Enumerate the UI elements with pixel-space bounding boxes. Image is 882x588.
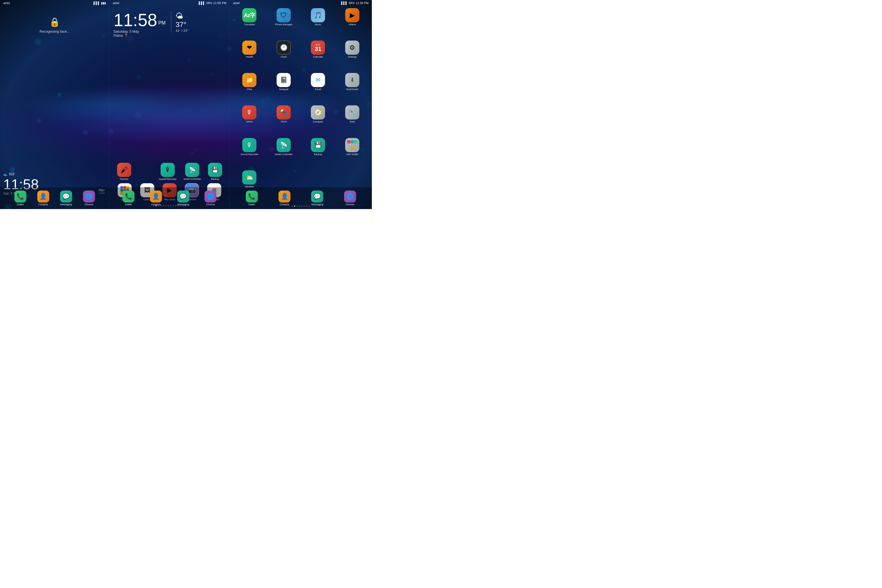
simtoolkit-icon[interactable] <box>345 138 359 152</box>
chrome-icon-p2[interactable]: 🌐 <box>204 190 216 202</box>
lockscreen-panel: airtel ▌▌▌ ▮▮▮ 🔒 Recognising face... 👟 5… <box>0 0 109 209</box>
app-compass[interactable]: 🧭 Compass <box>302 105 334 136</box>
dock-contacts-p3[interactable]: 👤 Contacts <box>279 190 291 206</box>
compass-icon[interactable]: 🧭 <box>311 105 325 120</box>
videos-icon[interactable]: ▶ <box>345 8 359 22</box>
signal-icon-p2: ▌▌▌ <box>199 2 205 4</box>
app-translator[interactable]: Az字 Translator <box>233 8 266 39</box>
dock-dialler-p3[interactable]: 📞 Dialler <box>246 190 258 206</box>
app-downloads[interactable]: ⬇ Downloads <box>336 73 369 104</box>
homescreen-panel: airtel ▌▌▌ 58% 11:58 PM 11:58PM Saturday… <box>109 0 230 209</box>
dialler-icon-p3[interactable]: 📞 <box>246 190 258 202</box>
backup-icon-p2[interactable]: 💾 <box>208 163 222 177</box>
chrome-label-p3: Chrome <box>346 203 354 206</box>
email-label: Email <box>315 88 321 91</box>
messaging-icon-p1[interactable]: 💬 <box>60 190 72 202</box>
app-clock[interactable]: 🕐 Clock <box>267 40 300 71</box>
dialler-icon-p2[interactable]: 📞 <box>123 190 135 202</box>
clock-widget: 11:58PM Saturday, 5 May Patna 📍 🌤 37° 41… <box>114 11 225 38</box>
translator-icon[interactable]: Az字 <box>242 8 256 22</box>
app-soundrec-p2[interactable]: 🎙 Sound Recorder <box>159 163 177 180</box>
app-torch[interactable]: 🔦 Torch <box>267 105 300 136</box>
app-notepad[interactable]: 📓 Notepad <box>267 73 300 104</box>
contacts-label-p3: Contacts <box>280 203 290 206</box>
mirror-icon[interactable]: 🎙 <box>242 105 256 120</box>
calendar-icon[interactable]: MAY 31 <box>311 40 325 55</box>
phonemanager-icon[interactable]: 🛡 <box>277 8 291 22</box>
settings-icon[interactable]: ⚙ <box>345 40 359 55</box>
dock-dialler-p1[interactable]: 📞 Dialler <box>14 190 26 206</box>
app-backup-p3[interactable]: 💾 Backup <box>302 138 334 169</box>
soundrec-icon-p2[interactable]: 🎙 <box>160 163 175 177</box>
battery-p3: 58% <box>349 2 355 4</box>
app-settings[interactable]: ⚙ Settings <box>336 40 369 71</box>
messaging-icon-p2[interactable]: 💬 <box>177 190 189 202</box>
app-smartctrl-p3[interactable]: 📡 Smart Controller <box>267 138 300 169</box>
dock-dialler-p2[interactable]: 📞 Dialler <box>123 190 135 206</box>
app-themes[interactable]: 🖌 Themes <box>117 163 131 180</box>
dialler-icon-p1[interactable]: 📞 <box>14 190 26 202</box>
music-label: Music <box>315 23 321 26</box>
app-simtoolkit[interactable]: SIM Toolkit <box>336 138 369 169</box>
contacts-icon-p3[interactable]: 👤 <box>279 190 291 202</box>
app-backup-p2[interactable]: 💾 Backup <box>208 163 222 180</box>
contacts-icon-p1[interactable]: 👤 <box>37 190 49 202</box>
time-p3: 11:58 PM <box>356 2 369 4</box>
dialler-label-p2: Dialler <box>125 203 132 206</box>
app-tools[interactable]: 🔧 Tools <box>336 105 369 136</box>
dock-chrome-p2[interactable]: 🌐 Chrome <box>204 190 216 206</box>
simtoolkit-label: SIM Toolkit <box>346 153 358 156</box>
contacts-icon-p2[interactable]: 👤 <box>150 190 162 202</box>
chrome-icon-p3[interactable]: 🌐 <box>344 190 356 202</box>
dock-messaging-p2[interactable]: 💬 Messaging <box>177 190 189 206</box>
chrome-label-p1: Chrome <box>85 203 93 206</box>
dock-chrome-p3[interactable]: 🌐 Chrome <box>344 190 356 206</box>
app-music[interactable]: 🎵 Music <box>302 8 334 39</box>
dialler-label-p3: Dialler <box>248 203 255 206</box>
tools-icon[interactable]: 🔧 <box>345 105 359 120</box>
app-email[interactable]: ✉ Email <box>302 73 334 104</box>
battery-p2: 58% <box>206 2 212 4</box>
clock-icon[interactable]: 🕐 <box>277 40 291 55</box>
downloads-icon[interactable]: ⬇ <box>345 73 359 87</box>
app-phonemanager[interactable]: 🛡 Phone Manager <box>267 8 300 39</box>
dock-contacts-p2[interactable]: 👤 Contacts <box>150 190 162 206</box>
torch-icon[interactable]: 🔦 <box>277 105 291 120</box>
email-icon[interactable]: ✉ <box>311 73 325 87</box>
weather-block: 🌤 37° 41° / 23° <box>171 11 188 33</box>
widget-location: Patna 📍 <box>114 33 165 38</box>
dock-p3: 📞 Dialler 👤 Contacts 💬 Messaging 🌐 Chrom… <box>230 187 372 209</box>
dock-chrome-p1[interactable]: 🌐 Chrome <box>83 190 95 206</box>
dock-contacts-p1[interactable]: 👤 Contacts <box>37 190 49 206</box>
status-bar-p1: airtel ▌▌▌ ▮▮▮ <box>0 0 109 6</box>
status-icons-p3: ▌▌▌ 58% 11:58 PM <box>341 2 369 4</box>
app-mirror[interactable]: 🎙 Mirror <box>233 105 266 136</box>
smartctrl-icon-p2[interactable]: 📡 <box>185 163 199 177</box>
widget-date: Saturday, 5 May <box>114 29 165 33</box>
app-videos[interactable]: ▶ Videos <box>336 8 369 39</box>
app-files[interactable]: 📁 Files <box>233 73 266 104</box>
app-calendar[interactable]: MAY 31 Calendar <box>302 40 334 71</box>
dock-messaging-p3[interactable]: 💬 Messaging <box>311 190 323 206</box>
themes-icon[interactable]: 🖌 <box>117 163 131 177</box>
app-smartctrl-p2[interactable]: 📡 Smart Controller <box>183 163 201 180</box>
soundrec-icon-p3[interactable]: 🎙 <box>242 138 256 152</box>
app-soundrec-p3[interactable]: 🎙 Sound Recorder <box>233 138 266 169</box>
chrome-icon-p1[interactable]: 🌐 <box>83 190 95 202</box>
music-icon[interactable]: 🎵 <box>311 8 325 22</box>
weather-app-icon[interactable]: ⛅ <box>242 170 256 184</box>
phonemanager-label: Phone Manager <box>275 23 292 26</box>
videos-label: Videos <box>348 23 356 26</box>
smartctrl-icon-p3[interactable]: 📡 <box>277 138 291 152</box>
dock-messaging-p1[interactable]: 💬 Messaging <box>60 190 72 206</box>
tools-label: Tools <box>350 120 355 123</box>
dock-p2: 📞 Dialler 👤 Contacts 💬 Messaging 🌐 Chrom… <box>110 187 230 209</box>
backup-icon-p3[interactable]: 💾 <box>311 138 325 152</box>
notepad-icon[interactable]: 📓 <box>277 73 291 87</box>
health-icon[interactable]: ❤ <box>242 40 256 55</box>
messaging-icon-p3[interactable]: 💬 <box>311 190 323 202</box>
signal-icon-p1: ▌▌▌ <box>94 2 100 4</box>
app-health[interactable]: ❤ Health <box>233 40 266 71</box>
contacts-label-p1: Contacts <box>38 203 48 206</box>
files-icon[interactable]: 📁 <box>242 73 256 87</box>
